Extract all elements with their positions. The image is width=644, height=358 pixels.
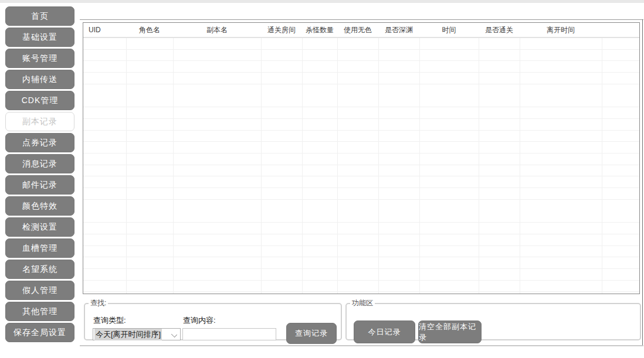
sidebar-item-dummy-management[interactable]: 假人管理	[5, 281, 74, 300]
grid-column-line	[302, 38, 303, 294]
column-header-clear-cubes-used[interactable]: 使用无色	[337, 25, 378, 35]
column-header-uid[interactable]: UID	[83, 26, 126, 34]
window-top-strip	[0, 0, 644, 3]
query-records-button[interactable]: 查询记录	[286, 323, 337, 344]
grid-column-line	[337, 38, 338, 294]
column-header-cleared-rooms[interactable]: 通关房间	[261, 25, 302, 35]
grid-column-line	[173, 38, 174, 294]
today-records-button[interactable]: 今日记录	[354, 321, 415, 343]
grid-column-line	[261, 38, 262, 294]
column-header-character-name[interactable]: 角色名	[126, 25, 173, 35]
sidebar-item-basic-settings[interactable]: 基础设置	[5, 28, 74, 47]
main-panel-top-border	[80, 19, 643, 20]
column-header-kill-count[interactable]: 杀怪数量	[302, 25, 337, 35]
sidebar-item-detection-settings[interactable]: 检测设置	[5, 217, 74, 237]
column-header-leave-time[interactable]: 离开时间	[520, 25, 602, 35]
query-type-label: 查询类型:	[93, 315, 126, 326]
grid-column-line	[419, 38, 420, 294]
function-panel-legend: 功能区	[350, 298, 375, 308]
chevron-down-icon	[171, 332, 177, 337]
sidebar-item-save-global-settings[interactable]: 保存全局设置	[5, 323, 74, 342]
sidebar-item-fame-system[interactable]: 名望系统	[5, 260, 74, 279]
sidebar-item-blood-bar-management[interactable]: 血槽管理	[5, 238, 74, 258]
function-panel: 功能区 今日记录 清空全部副本记录	[345, 298, 641, 340]
column-header-time[interactable]: 时间	[419, 25, 479, 35]
grid-column-line	[378, 38, 379, 294]
grid-column-line	[602, 38, 602, 294]
sidebar-item-home[interactable]: 首页	[5, 6, 74, 26]
records-table-header: UID 角色名 副本名 通关房间 杀怪数量 使用无色 是否深渊 时间 是否通关 …	[83, 23, 639, 37]
query-type-select[interactable]: 今天[离开时间排序]	[93, 328, 181, 340]
grid-column-line	[479, 38, 479, 294]
search-panel: 查找: 查询类型: 今天[离开时间排序] 查询内容: 查询记录	[84, 298, 342, 340]
sidebar-item-point-records[interactable]: 点券记录	[5, 133, 74, 152]
query-type-selected-value: 今天[离开时间排序]	[94, 329, 162, 340]
records-table: UID 角色名 副本名 通关房间 杀怪数量 使用无色 是否深渊 时间 是否通关 …	[83, 22, 640, 294]
sidebar-item-account-management[interactable]: 账号管理	[5, 49, 74, 68]
main-panel-bottom-border	[80, 345, 643, 346]
main-panel-right-border	[642, 19, 643, 346]
query-content-label: 查询内容:	[183, 315, 216, 326]
search-panel-legend: 查找:	[89, 298, 108, 308]
query-content-input[interactable]	[182, 328, 276, 340]
clear-all-dungeon-records-button[interactable]: 清空全部副本记录	[418, 321, 482, 343]
sidebar-item-message-records[interactable]: 消息记录	[5, 154, 74, 173]
sidebar-item-color-effects[interactable]: 颜色特效	[5, 196, 74, 216]
grid-column-line	[520, 38, 520, 294]
column-header-dungeon-name[interactable]: 副本名	[173, 25, 261, 35]
sidebar-item-cdk-management[interactable]: CDK管理	[5, 91, 74, 110]
grid-column-line	[126, 38, 127, 294]
sidebar-item-internal-teleport[interactable]: 内辅传送	[5, 70, 74, 89]
sidebar-item-other-management[interactable]: 其他管理	[5, 302, 74, 321]
column-header-is-cleared[interactable]: 是否通关	[479, 25, 520, 35]
column-header-is-abyss[interactable]: 是否深渊	[378, 25, 419, 35]
sidebar: 首页 基础设置 账号管理 内辅传送 CDK管理 副本记录 点券记录 消息记录 邮…	[5, 6, 74, 342]
records-table-body	[83, 38, 639, 294]
sidebar-item-mail-records[interactable]: 邮件记录	[5, 175, 74, 195]
sidebar-item-dungeon-records[interactable]: 副本记录	[5, 112, 74, 131]
